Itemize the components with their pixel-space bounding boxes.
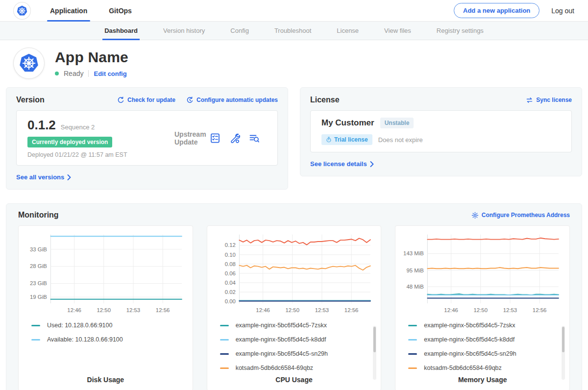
svg-text:28 GiB: 28 GiB — [30, 263, 47, 269]
legend-item: kotsadm-5db6dc6584-69qbz — [408, 364, 564, 372]
nav-tab-gitops[interactable]: GitOps — [106, 0, 135, 21]
refresh-icon — [117, 97, 124, 104]
top-nav-tabs: Application GitOps — [47, 0, 150, 21]
tab-registry-settings[interactable]: Registry settings — [424, 22, 496, 40]
tab-dashboard[interactable]: Dashboard — [92, 22, 150, 40]
stopwatch-icon — [326, 137, 332, 143]
nav-tab-application[interactable]: Application — [47, 0, 90, 21]
currently-deployed-badge: Currently deployed version — [27, 137, 112, 147]
app-header-text: App Name Ready Edit config — [55, 48, 128, 77]
legend-item: example-nginx-5bc6f5d4c5-sn29h — [408, 350, 564, 358]
legend-label: example-nginx-5bc6f5d4c5-k8ddf — [236, 336, 326, 343]
legend-label: kotsadm-5db6dc6584-69qbz — [236, 365, 313, 371]
cpu-usage-chart: 12:4612:5012:5312:560.000.020.040.060.08… — [212, 232, 376, 316]
legend-scrollbar[interactable] — [562, 326, 565, 380]
version-number: 0.1.2 — [27, 118, 56, 133]
version-card-header: Version Check for update Configure au — [16, 96, 278, 104]
svg-text:12:53: 12:53 — [126, 307, 140, 313]
configure-automatic-updates-link[interactable]: Configure automatic updates — [186, 97, 278, 104]
clock-update-icon — [186, 97, 194, 104]
license-card-header: License Sync license — [310, 96, 572, 104]
sync-license-link[interactable]: Sync license — [526, 97, 572, 103]
legend-color-dash — [408, 353, 417, 355]
legend-label: example-nginx-5bc6f5d4c5-7zskx — [424, 322, 515, 329]
svg-text:23 GiB: 23 GiB — [30, 280, 47, 286]
chart-title: Memory Usage — [400, 376, 564, 384]
svg-text:48 MiB: 48 MiB — [407, 284, 424, 290]
see-all-versions-link[interactable]: See all versions — [16, 173, 71, 181]
svg-text:0.12: 0.12 — [224, 242, 235, 248]
svg-text:12:46: 12:46 — [256, 307, 270, 313]
svg-text:0.06: 0.06 — [224, 270, 235, 276]
legend-label: example-nginx-5bc6f5d4c5-7zskx — [236, 322, 327, 329]
svg-text:12:56: 12:56 — [156, 307, 170, 313]
legend-item: kotsadm-5db6dc6584-69qbz — [220, 364, 376, 372]
svg-text:0.10: 0.10 — [224, 252, 235, 258]
svg-text:33 GiB: 33 GiB — [30, 246, 47, 252]
legend-item: Used: 10.128.0.66:9100 — [31, 321, 188, 330]
dashboard-cards-row: Version Check for update Configure au — [0, 87, 588, 190]
customer-name: My Customer — [321, 118, 374, 128]
version-card-title: Version — [16, 96, 45, 104]
svg-text:12:53: 12:53 — [315, 307, 328, 313]
top-nav-right: Add a new application Log out — [454, 3, 574, 18]
license-detail-card: My Customer Unstable Trial license Does … — [310, 110, 572, 152]
svg-text:12:50: 12:50 — [474, 307, 488, 313]
scrollbar-thumb[interactable] — [562, 327, 564, 352]
legend-item: example-nginx-5bc6f5d4c5-7zskx — [220, 321, 376, 330]
tab-troubleshoot[interactable]: Troubleshoot — [262, 22, 324, 40]
view-diff-icon[interactable] — [249, 133, 260, 144]
legend-color-dash — [220, 325, 229, 326]
see-license-details-link[interactable]: See license details — [310, 160, 374, 168]
legend-color-dash — [31, 325, 40, 326]
monitoring-header: Monitoring Configure Prometheus Address — [14, 211, 574, 219]
legend-color-dash — [408, 325, 417, 326]
svg-text:0.00: 0.00 — [224, 298, 235, 304]
tab-version-history[interactable]: Version history — [150, 22, 218, 40]
svg-text:12:50: 12:50 — [97, 307, 110, 313]
version-sequence: Sequence 2 — [61, 123, 95, 131]
tab-config[interactable]: Config — [218, 22, 262, 40]
memory-usage-legend: example-nginx-5bc6f5d4c5-7zskxexample-ng… — [400, 321, 564, 376]
app-avatar — [14, 48, 44, 78]
tab-view-files[interactable]: View files — [371, 22, 424, 40]
legend-color-dash — [408, 339, 417, 341]
check-for-update-link[interactable]: Check for update — [117, 97, 175, 104]
license-card: License Sync license My Customer Unstabl… — [300, 87, 582, 176]
edit-config-link[interactable]: Edit config — [94, 70, 126, 77]
svg-text:12:56: 12:56 — [533, 307, 546, 313]
kubernetes-logo[interactable] — [14, 2, 30, 19]
legend-item: example-nginx-5bc6f5d4c5-7zskx — [408, 321, 564, 330]
charts-row: 12:4612:5012:5312:5619 GiB23 GiB28 GiB33… — [14, 225, 574, 390]
legend-label: Available: 10.128.0.66:9100 — [47, 336, 123, 343]
svg-text:0.08: 0.08 — [224, 261, 235, 267]
svg-text:143 MiB: 143 MiB — [403, 250, 424, 256]
legend-label: example-nginx-5bc6f5d4c5-sn29h — [424, 350, 516, 357]
configure-prometheus-link[interactable]: Configure Prometheus Address — [471, 212, 570, 219]
monitoring-title: Monitoring — [18, 211, 59, 219]
legend-scrollbar[interactable] — [373, 326, 376, 380]
preflight-checks-icon[interactable] — [210, 133, 220, 144]
legend-color-dash — [220, 367, 229, 369]
app-status-text: Ready — [64, 70, 83, 77]
disk-usage-chart: 12:4612:5012:5312:5619 GiB23 GiB28 GiB33… — [24, 232, 188, 316]
license-expiry: Does not expire — [378, 136, 423, 144]
deployed-timestamp: Deployed 01/21/22 @ 11:57 am EST — [27, 151, 174, 158]
trial-license-badge: Trial license — [321, 134, 372, 145]
legend-item: example-nginx-5bc6f5d4c5-k8ddf — [408, 336, 564, 344]
chart-title: CPU Usage — [212, 376, 376, 384]
svg-text:0.04: 0.04 — [224, 280, 235, 286]
license-card-title: License — [310, 96, 340, 104]
edit-config-icon[interactable] — [229, 133, 240, 144]
gear-icon — [471, 212, 479, 219]
cpu-usage-legend: example-nginx-5bc6f5d4c5-7zskxexample-ng… — [212, 321, 376, 376]
app-subnav: Dashboard Version history Config Trouble… — [0, 22, 588, 40]
scrollbar-thumb[interactable] — [373, 327, 376, 352]
legend-color-dash — [220, 353, 229, 355]
logout-link[interactable]: Log out — [551, 7, 574, 15]
tab-license[interactable]: License — [324, 22, 371, 40]
add-application-button[interactable]: Add a new application — [454, 3, 539, 18]
current-version-card: 0.1.2 Sequence 2 Currently deployed vers… — [16, 110, 278, 166]
app-header: App Name Ready Edit config — [0, 40, 588, 87]
svg-text:0.02: 0.02 — [224, 289, 235, 295]
